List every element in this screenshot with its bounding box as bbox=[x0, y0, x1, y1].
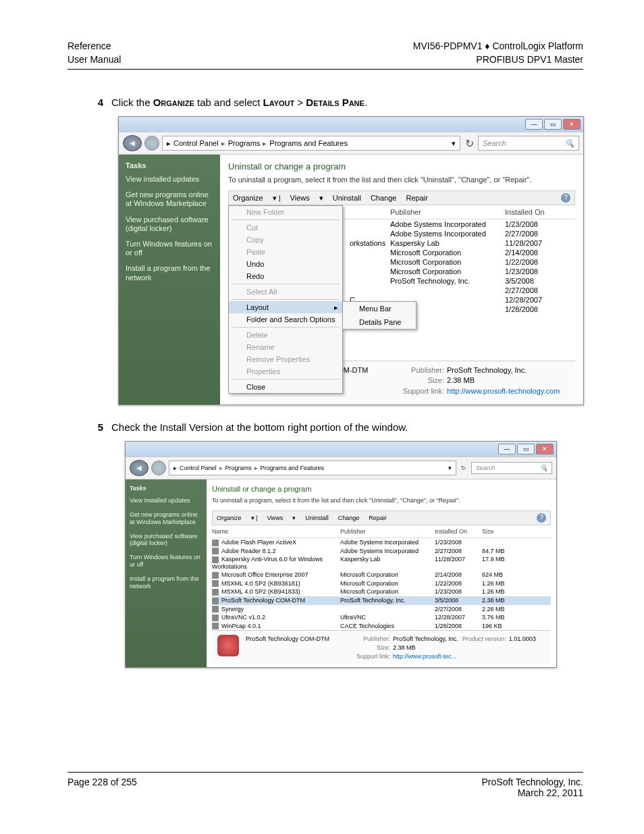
submenu-details-pane[interactable]: Details Pane bbox=[343, 315, 416, 329]
toolbar: Organize ▾ | Views ▾ Uninstall Change Re… bbox=[228, 190, 575, 205]
minimize-button[interactable]: — bbox=[525, 119, 543, 130]
task-link[interactable]: View purchased software (digital locker) bbox=[126, 215, 213, 233]
menu-undo[interactable]: Undo bbox=[229, 258, 342, 270]
minimize-button[interactable]: — bbox=[498, 444, 516, 454]
breadcrumb[interactable]: ▸ Control Panel▸ Programs▸ Programs and … bbox=[162, 136, 460, 151]
screenshot-2: — ▭ ✕ ◄ ▸ Control Panel▸ Programs▸ Progr… bbox=[125, 441, 557, 668]
table-row[interactable]: Synergy2/27/20082.26 MB bbox=[212, 605, 551, 614]
menu-rename[interactable]: Rename bbox=[229, 341, 342, 353]
menu-close[interactable]: Close bbox=[229, 381, 342, 393]
task-link[interactable]: View installed updates bbox=[126, 175, 213, 184]
close-button[interactable]: ✕ bbox=[563, 119, 581, 130]
menu-redo[interactable]: Redo bbox=[229, 270, 342, 282]
step-4: 4 Click the Organize tab and select Layo… bbox=[91, 97, 583, 108]
views-button[interactable]: Views bbox=[267, 515, 283, 521]
menu-new-folder[interactable]: New Folder bbox=[229, 206, 342, 218]
table-row[interactable]: MSXML 4.0 SP2 (KB936181)Microsoft Corpor… bbox=[212, 579, 551, 588]
col-size[interactable]: Size bbox=[482, 528, 494, 535]
search-input[interactable]: Search🔍 bbox=[471, 462, 552, 474]
col-publisher[interactable]: Publisher bbox=[340, 528, 435, 535]
task-link[interactable]: Get new programs online at Windows Marke… bbox=[126, 190, 213, 208]
menu-paste[interactable]: Paste bbox=[229, 246, 342, 258]
menu-select-all[interactable]: Select All bbox=[229, 286, 342, 298]
close-button[interactable]: ✕ bbox=[536, 444, 554, 454]
hdr-right1: MVI56-PDPMV1 ♦ ControlLogix Platform bbox=[413, 41, 583, 51]
nav-forward-button[interactable] bbox=[151, 461, 166, 475]
task-link[interactable]: Install a program from the network bbox=[130, 575, 203, 590]
menu-copy[interactable]: Copy bbox=[229, 234, 342, 246]
menu-remove-props[interactable]: Remove Properties bbox=[229, 353, 342, 365]
help-icon[interactable]: ? bbox=[537, 513, 546, 523]
menu-delete[interactable]: Delete bbox=[229, 329, 342, 341]
change-button[interactable]: Change bbox=[338, 515, 360, 521]
col-installed[interactable]: Installed On bbox=[505, 208, 545, 216]
details-pane: ProSoft Technology COM-DTM Publisher:Pro… bbox=[212, 630, 551, 664]
table-row[interactable]: Kaspersky Anti-Virus 6.0 for Windows Wor… bbox=[212, 555, 551, 571]
table-row[interactable]: MSXML 4.0 SP2 (KB941833)Microsoft Corpor… bbox=[212, 588, 551, 596]
tasks-panel: Tasks View installed updates Get new pro… bbox=[126, 479, 207, 667]
table-row[interactable]: Microsoft Office Enterprise 2007Microsof… bbox=[212, 571, 551, 579]
table-row[interactable]: Adobe Reader 8.1.2Adobe Systems Incorpor… bbox=[212, 547, 551, 556]
dp-name: ProSoft Technology COM-DTM bbox=[246, 635, 347, 644]
uninstall-button[interactable]: Uninstall bbox=[333, 194, 361, 202]
hdr-left2: User Manual bbox=[68, 54, 121, 65]
nav-forward-button[interactable] bbox=[144, 136, 159, 151]
repair-button[interactable]: Repair bbox=[406, 194, 427, 202]
repair-button[interactable]: Repair bbox=[369, 515, 387, 521]
screenshot-1: — ▭ ✕ ◄ ▸ Control Panel▸ Programs▸ Progr… bbox=[118, 116, 584, 405]
views-button[interactable]: Views bbox=[290, 194, 310, 202]
breadcrumb[interactable]: ▸ Control Panel▸ Programs▸ Programs and … bbox=[169, 461, 456, 475]
menu-layout[interactable]: Layout▸ Menu Bar Details Pane bbox=[229, 301, 342, 313]
search-input[interactable]: Search🔍 bbox=[478, 136, 579, 151]
search-icon: 🔍 bbox=[565, 139, 574, 148]
task-link[interactable]: Get new programs online at Windows Marke… bbox=[130, 511, 203, 526]
task-link[interactable]: Install a program from the network bbox=[126, 264, 213, 282]
table-row[interactable]: Adobe Flash Player ActiveXAdobe Systems … bbox=[212, 538, 551, 547]
help-icon[interactable]: ? bbox=[561, 193, 570, 203]
task-link[interactable]: View purchased software (digital locker) bbox=[130, 533, 203, 548]
content-title: Uninstall or change a program bbox=[212, 485, 551, 493]
organize-button[interactable]: Organize bbox=[217, 515, 242, 521]
col-installed[interactable]: Installed On bbox=[435, 528, 482, 535]
footer-company: ProSoft Technology, Inc. bbox=[482, 777, 583, 787]
content-title: Uninstall or change a program bbox=[228, 161, 575, 172]
task-link[interactable]: View installed updates bbox=[130, 497, 203, 504]
table-row[interactable]: UltraVNC v1.0.2UltraVNC12/28/20073.76 MB bbox=[212, 613, 551, 622]
uninstall-button[interactable]: Uninstall bbox=[305, 515, 329, 521]
hdr-left1: Reference bbox=[68, 41, 111, 51]
step-5: 5 Check the Install Version at the botto… bbox=[91, 421, 583, 433]
task-link[interactable]: Turn Windows features on or off bbox=[126, 240, 213, 257]
tasks-panel: Tasks View installed updates Get new pro… bbox=[119, 155, 220, 405]
menu-folder-options[interactable]: Folder and Search Options bbox=[229, 313, 342, 325]
layout-submenu: Menu Bar Details Pane bbox=[342, 301, 417, 330]
col-name[interactable]: Name bbox=[212, 528, 340, 535]
col-publisher[interactable]: Publisher bbox=[390, 208, 505, 216]
page-number: Page 228 of 255 bbox=[68, 777, 137, 798]
nav-back-button[interactable]: ◄ bbox=[123, 135, 142, 151]
maximize-button[interactable]: ▭ bbox=[517, 444, 535, 454]
change-button[interactable]: Change bbox=[371, 194, 397, 202]
submenu-menu-bar[interactable]: Menu Bar bbox=[343, 302, 416, 315]
search-icon: 🔍 bbox=[540, 465, 547, 471]
task-link[interactable]: Turn Windows features on or off bbox=[130, 554, 203, 569]
maximize-button[interactable]: ▭ bbox=[544, 119, 562, 130]
table-row[interactable]: ProSoft Technology COM-DTMProSoft Techno… bbox=[212, 596, 551, 605]
menu-cut[interactable]: Cut bbox=[229, 221, 342, 234]
organize-button[interactable]: Organize bbox=[233, 194, 263, 202]
menu-properties[interactable]: Properties bbox=[229, 365, 342, 377]
footer-date: March 22, 2011 bbox=[482, 787, 583, 798]
nav-back-button[interactable]: ◄ bbox=[130, 460, 149, 476]
table-row[interactable]: WinPcap 4.0.1CACE Technologies1/28/20081… bbox=[212, 622, 551, 631]
hdr-right2: PROFIBUS DPV1 Master bbox=[476, 54, 583, 65]
organize-menu: New Folder Cut Copy Paste Undo Redo Sele… bbox=[228, 205, 343, 394]
app-icon bbox=[217, 635, 239, 656]
